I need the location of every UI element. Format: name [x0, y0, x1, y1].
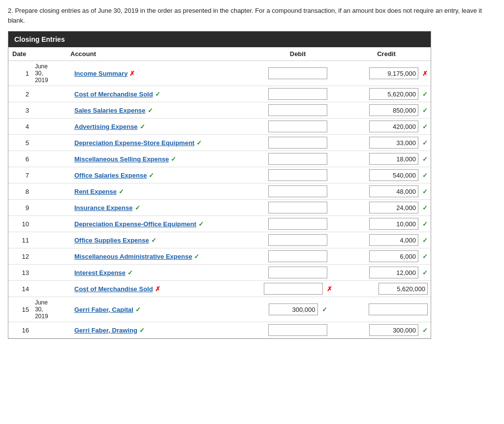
account-name[interactable]: Insurance Expense [74, 204, 133, 212]
debit-input[interactable] [268, 169, 327, 181]
date-cell [32, 200, 66, 216]
table-row: 11Office Supplies Expense✓4,000✓ [8, 232, 431, 248]
credit-value[interactable]: 48,000 [369, 185, 418, 197]
credit-value[interactable]: 9,175,000 [369, 67, 418, 79]
debit-value[interactable]: 300,000 [269, 303, 318, 315]
credit-value[interactable]: 540,000 [369, 169, 418, 181]
credit-check-icon: ✓ [422, 107, 428, 114]
date-cell [32, 322, 66, 338]
account-name[interactable]: Interest Expense [74, 269, 126, 276]
date-cell [32, 216, 66, 232]
debit-cell [253, 167, 342, 183]
account-cell: Gerri Faber, Drawing✓ [66, 322, 253, 338]
row-number: 7 [8, 167, 32, 183]
credit-value[interactable]: 4,000 [369, 234, 418, 246]
debit-input[interactable] [268, 153, 327, 165]
table-row: 5Depreciation Expense-Store Equipment✓33… [8, 135, 431, 151]
credit-value[interactable]: 300,000 [369, 324, 418, 336]
check-icon: ✓ [135, 306, 141, 313]
account-cell: Sales Salaries Expense✓ [66, 102, 253, 119]
account-cell: Cost of Merchandise Sold✗ [66, 281, 253, 297]
date-cell [32, 167, 66, 183]
account-name[interactable]: Office Salaries Expense [74, 172, 147, 179]
credit-cell: 33,000✓ [342, 135, 431, 151]
credit-value[interactable]: 850,000 [369, 104, 418, 116]
debit-input[interactable] [264, 283, 323, 295]
table-row: 10Depreciation Expense-Office Equipment✓… [8, 216, 431, 232]
credit-value[interactable]: 18,000 [369, 153, 418, 165]
date-cell [32, 281, 66, 297]
account-name[interactable]: Advertising Expense [74, 123, 138, 130]
debit-input[interactable] [268, 218, 327, 230]
debit-input[interactable] [268, 250, 327, 262]
credit-cell: 24,000✓ [342, 200, 431, 216]
credit-cell: 5,620,000 [342, 281, 431, 297]
row-number: 2 [8, 86, 32, 102]
col-header-credit: Credit [342, 47, 431, 61]
debit-input[interactable] [268, 202, 327, 213]
row-number: 5 [8, 135, 32, 151]
account-name[interactable]: Gerri Faber, Drawing [74, 327, 137, 334]
row-number: 9 [8, 200, 32, 216]
credit-value[interactable]: 12,000 [369, 267, 418, 278]
credit-input[interactable] [369, 303, 428, 315]
credit-value[interactable]: 33,000 [369, 137, 418, 149]
account-cell: Insurance Expense✓ [66, 200, 253, 216]
account-cell: Miscellaneous Selling Expense✓ [66, 151, 253, 167]
debit-input[interactable] [268, 185, 327, 197]
check-icon: ✓ [194, 253, 199, 260]
debit-input[interactable] [268, 234, 327, 246]
table-row: 7Office Salaries Expense✓540,000✓ [8, 167, 431, 183]
account-cell: Miscellaneous Administrative Expense✓ [66, 248, 253, 265]
credit-check-icon: ✓ [422, 327, 428, 334]
credit-cell: 10,000✓ [342, 216, 431, 232]
date-cell [32, 265, 66, 281]
debit-input[interactable] [268, 104, 327, 116]
table-row: 13Interest Expense✓12,000✓ [8, 265, 431, 281]
account-cell: Office Salaries Expense✓ [66, 167, 253, 183]
credit-value[interactable]: 5,620,000 [378, 283, 428, 295]
account-name[interactable]: Cost of Merchandise Sold [74, 91, 153, 98]
check-icon: ✓ [155, 91, 160, 98]
account-name[interactable]: Rent Expense [74, 188, 117, 195]
credit-value[interactable]: 420,000 [369, 121, 418, 132]
intro-text: 2. Prepare closing entries as of June 30… [8, 6, 496, 25]
debit-input[interactable] [268, 267, 327, 278]
credit-value[interactable]: 10,000 [369, 218, 418, 230]
account-name[interactable]: Income Summary [74, 70, 127, 77]
date-cell [32, 248, 66, 265]
debit-input[interactable] [268, 67, 327, 79]
debit-input[interactable] [268, 137, 327, 149]
date-cell: June 30, 2019 [32, 61, 66, 86]
check-icon: ✓ [196, 139, 202, 147]
credit-check-icon: ✓ [422, 155, 428, 163]
credit-value[interactable]: 6,000 [369, 250, 418, 262]
account-name[interactable]: Miscellaneous Administrative Expense [74, 253, 192, 260]
account-name[interactable]: Gerri Faber, Capital [74, 306, 133, 313]
date-cell [32, 86, 66, 102]
credit-cell: 420,000✓ [342, 119, 431, 135]
debit-cell: 300,000✓ [253, 297, 342, 322]
credit-cell: 48,000✓ [342, 183, 431, 200]
debit-cell [253, 248, 342, 265]
row-number: 15 [8, 297, 32, 322]
credit-value[interactable]: 5,620,000 [369, 88, 418, 100]
table-row: 9Insurance Expense✓24,000✓ [8, 200, 431, 216]
account-name[interactable]: Depreciation Expense-Store Equipment [74, 139, 194, 147]
account-name[interactable]: Office Supplies Expense [74, 237, 149, 244]
account-name[interactable]: Cost of Merchandise Sold [74, 285, 153, 293]
debit-cell [253, 135, 342, 151]
table-row: 6Miscellaneous Selling Expense✓18,000✓ [8, 151, 431, 167]
credit-value[interactable]: 24,000 [369, 202, 418, 213]
table-row: 14Cost of Merchandise Sold✗✗5,620,000 [8, 281, 431, 297]
row-number: 3 [8, 102, 32, 119]
debit-input[interactable] [268, 121, 327, 132]
debit-input[interactable] [268, 324, 327, 336]
debit-cell [253, 232, 342, 248]
debit-input[interactable] [268, 88, 327, 100]
account-name[interactable]: Depreciation Expense-Office Equipment [74, 220, 196, 228]
account-cell: Income Summary✗ [66, 61, 253, 86]
account-name[interactable]: Sales Salaries Expense [74, 107, 146, 114]
check-icon: ✓ [149, 172, 154, 179]
account-name[interactable]: Miscellaneous Selling Expense [74, 155, 169, 163]
